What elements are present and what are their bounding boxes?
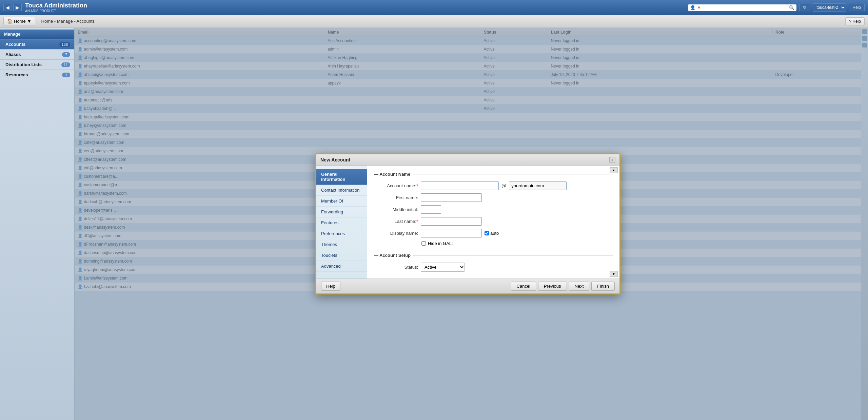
sidebar-resources-badge: 3 <box>62 73 70 77</box>
home-label: Home <box>14 19 26 24</box>
hide-gal-row: Hide in GAL: <box>421 241 613 246</box>
sidebar-accounts-badge: 138 <box>59 42 70 47</box>
sidebar-item-accounts[interactable]: Accounts 138 <box>0 39 74 50</box>
sidebar-distlists-label: Distribution Lists <box>5 62 42 67</box>
sidebar-manage-header: Manage <box>0 30 74 39</box>
account-setup-section-title: — Account Setup <box>374 253 411 258</box>
hide-gal-checkbox[interactable] <box>421 241 426 246</box>
first-name-label: First name: <box>374 195 418 200</box>
nav-item-general[interactable]: General Information <box>316 169 367 185</box>
nav-item-advanced[interactable]: Advanced <box>316 261 367 272</box>
account-name-row: Account name:* @ <box>374 182 613 190</box>
nav-item-touclets[interactable]: Touclets <box>316 250 367 261</box>
nav-item-forwarding[interactable]: Forwarding <box>316 207 367 217</box>
app-title-main: Touca Administration <box>25 2 87 9</box>
app-title: Touca Administration AN ARIS PRODUCT <box>25 2 87 13</box>
account-name-input[interactable] <box>421 182 499 190</box>
account-name-section-header: — Account Name <box>374 172 613 177</box>
nav-item-themes[interactable]: Themes <box>316 239 367 250</box>
new-account-dialog: New Account » General Information Contac… <box>315 153 620 294</box>
dialog-expand-button[interactable]: » <box>609 157 615 163</box>
sidebar-aliases-badge: 7 <box>62 52 70 57</box>
required-star-2: * <box>416 219 418 224</box>
search-box[interactable]: 👤 ▼ 🔍 <box>688 4 796 11</box>
main-layout: Manage Accounts 138 Aliases 7 Distributi… <box>0 28 868 420</box>
auto-checkbox-group: auto <box>485 231 499 236</box>
middle-initial-label: Middle initial: <box>374 207 418 212</box>
last-name-row: Last name:* <box>374 217 613 226</box>
dialog-footer: Help Cancel Previous Next Finish <box>316 279 619 293</box>
display-name-input[interactable] <box>421 229 482 237</box>
sidebar-item-resources[interactable]: Resources 3 <box>0 70 74 80</box>
middle-initial-row: Middle initial: <box>374 205 613 214</box>
user-icon: 👤 <box>690 5 695 10</box>
top-bar-right: 👤 ▼ 🔍 ↻ touca-test-2 Help <box>688 3 865 12</box>
search-icon: 🔍 <box>789 5 794 10</box>
auto-label: auto <box>490 231 499 236</box>
modal-overlay: New Account » General Information Contac… <box>75 28 861 420</box>
auto-checkbox[interactable] <box>485 231 489 235</box>
dialog-nav: General Information Contact Information … <box>316 166 367 279</box>
next-button[interactable]: Next <box>569 282 590 291</box>
cancel-button[interactable]: Cancel <box>511 282 536 291</box>
second-bar: 🏠 Home ▼ Home - Manage - Accounts ? Help <box>0 15 868 28</box>
section-line-2 <box>413 255 613 255</box>
dialog-body: General Information Contact Information … <box>316 166 619 279</box>
top-bar: ◀ ▶ Touca Administration AN ARIS PRODUCT… <box>0 0 868 15</box>
help-button[interactable]: Help <box>849 4 865 11</box>
footer-right-buttons: Cancel Previous Next Finish <box>511 282 615 291</box>
finish-button[interactable]: Finish <box>591 282 615 291</box>
status-select[interactable]: Active Closed Locked <box>421 263 465 272</box>
forward-button[interactable]: ▶ <box>13 4 22 11</box>
account-name-section-title: — Account Name <box>374 172 410 177</box>
hide-gal-label: Hide in GAL: <box>428 241 453 246</box>
last-name-input[interactable] <box>421 217 482 226</box>
dialog-content: ▲ — Account Name Account name:* @ <box>367 166 619 279</box>
required-star: * <box>416 183 418 188</box>
content-area: Email Name Status Last Login Role 👤accou… <box>75 28 861 420</box>
scroll-up-button[interactable]: ▲ <box>610 167 618 173</box>
app-subtitle: AN ARIS PRODUCT <box>25 9 87 13</box>
nav-item-contact[interactable]: Contact Information <box>316 185 367 196</box>
sidebar-accounts-label: Accounts <box>5 42 25 47</box>
home-button[interactable]: 🏠 Home ▼ <box>3 17 35 25</box>
dialog-titlebar: New Account » <box>316 154 619 166</box>
search-input[interactable] <box>703 5 789 10</box>
strip-icon-3 <box>862 43 867 47</box>
display-name-label: Display name: <box>374 231 418 236</box>
sidebar-aliases-label: Aliases <box>5 52 21 57</box>
strip-icon-2 <box>862 36 867 41</box>
sidebar-item-aliases[interactable]: Aliases 7 <box>0 50 74 60</box>
nav-item-features[interactable]: Features <box>316 217 367 228</box>
dropdown-icon: ▼ <box>697 5 701 10</box>
account-name-label: Account name:* <box>374 183 418 188</box>
home-dropdown-icon: ▼ <box>27 19 32 24</box>
status-label: Status: <box>374 265 418 270</box>
at-sign: @ <box>501 183 506 189</box>
domain-input[interactable] <box>509 182 567 190</box>
dialog-title: New Account <box>320 157 350 163</box>
server-select[interactable]: touca-test-2 <box>813 3 846 12</box>
sidebar: Manage Accounts 138 Aliases 7 Distributi… <box>0 28 75 420</box>
home-icon: 🏠 <box>7 19 13 24</box>
account-setup-section-header: — Account Setup <box>374 253 613 258</box>
nav-item-member[interactable]: Member Of <box>316 196 367 207</box>
refresh-button[interactable]: ↻ <box>799 4 810 11</box>
strip-icon-1 <box>862 29 867 34</box>
scroll-down-button[interactable]: ▼ <box>610 271 618 277</box>
last-name-label: Last name:* <box>374 219 418 224</box>
sidebar-item-distribution-lists[interactable]: Distribution Lists 11 <box>0 60 74 70</box>
middle-initial-input[interactable] <box>421 205 441 214</box>
display-name-row: Display name: auto <box>374 229 613 237</box>
first-name-input[interactable] <box>421 193 482 202</box>
help-corner-button[interactable]: ? Help <box>845 17 865 25</box>
previous-button[interactable]: Previous <box>538 282 567 291</box>
footer-help-button[interactable]: Help <box>321 282 340 291</box>
sidebar-distlists-badge: 11 <box>61 62 70 67</box>
first-name-row: First name: <box>374 193 613 202</box>
nav-arrows[interactable]: ◀ ▶ <box>3 4 22 11</box>
status-row: Status: Active Closed Locked <box>374 263 613 272</box>
back-button[interactable]: ◀ <box>3 4 12 11</box>
breadcrumb: Home - Manage - Accounts <box>41 19 95 24</box>
nav-item-preferences[interactable]: Preferences <box>316 228 367 239</box>
